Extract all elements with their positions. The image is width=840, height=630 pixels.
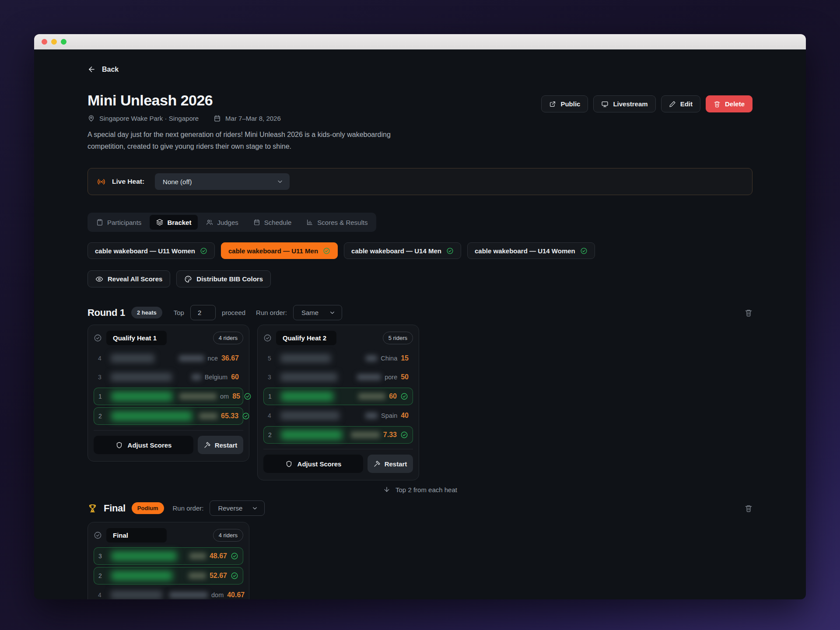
advancement-note: Top 2 from each heat bbox=[88, 486, 752, 494]
run-order-value: Reverse bbox=[218, 504, 242, 512]
rider-row-qualified[interactable]: 2 7.33 bbox=[263, 426, 413, 444]
check-circle-icon bbox=[94, 531, 102, 539]
rider-row[interactable]: 3 pore 50 bbox=[263, 369, 413, 385]
rider-rank: 3 bbox=[98, 374, 104, 381]
heat-name-input[interactable]: Qualify Heat 1 bbox=[106, 331, 167, 345]
heat-name-input[interactable]: Qualify Heat 2 bbox=[276, 331, 336, 345]
minimize-window-button[interactable] bbox=[51, 39, 57, 45]
rider-row-qualified[interactable]: 1 60 bbox=[263, 388, 413, 405]
rider-row-qualified[interactable]: 1 om 85 bbox=[94, 388, 243, 405]
back-button[interactable]: Back bbox=[88, 65, 119, 74]
users-icon bbox=[206, 219, 213, 226]
back-label: Back bbox=[102, 66, 119, 74]
heat-name-input[interactable]: Final bbox=[106, 528, 167, 542]
maximize-window-button[interactable] bbox=[61, 39, 66, 45]
round1-header: Round 1 2 heats Top proceed Run order: S… bbox=[88, 305, 752, 320]
rider-name-blurred bbox=[281, 430, 342, 440]
rider-country-blurred bbox=[179, 393, 217, 399]
rider-country-blurred bbox=[351, 432, 380, 438]
final-run-order-select[interactable]: Reverse bbox=[210, 500, 265, 516]
rider-country-blurred bbox=[189, 553, 206, 559]
rider-name-blurred bbox=[111, 373, 172, 382]
check-circle-icon bbox=[94, 334, 102, 342]
rider-score: 40 bbox=[401, 412, 409, 420]
restart-heat-button[interactable]: Restart bbox=[198, 436, 243, 454]
rider-rank: 2 bbox=[98, 572, 104, 579]
rider-row[interactable]: 4 dom 40.67 bbox=[94, 587, 243, 599]
rider-country-blurred bbox=[192, 374, 201, 380]
rider-score: 48.67 bbox=[210, 552, 227, 560]
rider-country: dom bbox=[211, 592, 224, 598]
adjust-scores-button[interactable]: Adjust Scores bbox=[94, 436, 193, 454]
podium-badge: Podium bbox=[132, 502, 164, 514]
palette-icon bbox=[184, 275, 192, 283]
livestream-button[interactable]: Livestream bbox=[593, 95, 655, 112]
rider-rank: 2 bbox=[98, 413, 104, 420]
public-button[interactable]: Public bbox=[541, 95, 588, 112]
rider-country: pore bbox=[385, 374, 397, 381]
category-chip-u14-men[interactable]: cable wakeboard — U14 Men bbox=[344, 242, 461, 259]
tab-label: Participants bbox=[107, 219, 141, 226]
run-order-value: Same bbox=[301, 309, 318, 316]
layers-icon bbox=[156, 219, 163, 226]
rider-country: Spain bbox=[381, 412, 397, 419]
category-chip-u11-women[interactable]: cable wakeboard — U11 Women bbox=[88, 242, 215, 259]
rider-row-qualified[interactable]: 3 48.67 bbox=[94, 547, 243, 565]
app-window: Back Mini Unleash 2026 Singapore Wake Pa… bbox=[34, 34, 806, 599]
live-heat-value: None (off) bbox=[163, 178, 192, 186]
tab-participants[interactable]: Participants bbox=[90, 215, 148, 230]
rider-row[interactable]: 4 Spain 40 bbox=[263, 407, 413, 424]
live-heat-select[interactable]: None (off) bbox=[155, 173, 290, 190]
rider-rank: 2 bbox=[268, 431, 274, 438]
event-actions: Public Livestream Edit Delete bbox=[541, 95, 752, 112]
rider-row-qualified[interactable]: 2 65.33 bbox=[94, 407, 243, 425]
rider-row[interactable]: 5 China 15 bbox=[263, 350, 413, 367]
page-content: Back Mini Unleash 2026 Singapore Wake Pa… bbox=[34, 49, 806, 599]
category-chip-u11-men[interactable]: cable wakeboard — U11 Men bbox=[221, 242, 338, 259]
rider-score: 60 bbox=[389, 392, 397, 400]
chip-label: cable wakeboard — U14 Men bbox=[351, 247, 441, 255]
rider-row-qualified[interactable]: 2 52.67 bbox=[94, 567, 243, 584]
live-heat-label: Live Heat: bbox=[112, 178, 144, 186]
riders-count-badge: 4 riders bbox=[213, 332, 243, 344]
bar-chart-icon bbox=[306, 219, 313, 226]
event-header: Mini Unleash 2026 Singapore Wake Park · … bbox=[88, 92, 398, 152]
category-chip-u14-women[interactable]: cable wakeboard — U14 Women bbox=[467, 242, 595, 259]
rider-name-blurred bbox=[111, 571, 172, 581]
distribute-bib-colors-button[interactable]: Distribute BIB Colors bbox=[176, 270, 271, 287]
edit-button[interactable]: Edit bbox=[661, 95, 700, 112]
rider-row[interactable]: 4 nce 36.67 bbox=[94, 350, 243, 367]
delete-round-icon[interactable] bbox=[745, 309, 752, 317]
round1-run-order-select[interactable]: Same bbox=[293, 305, 342, 320]
round1-heats: Qualify Heat 1 4 riders 4 nce 36.67 3 bbox=[88, 325, 752, 480]
rider-country: Belgium bbox=[205, 374, 228, 381]
top-proceed-input[interactable] bbox=[190, 305, 216, 320]
rider-row[interactable]: 3 Belgium 60 bbox=[94, 369, 243, 385]
tab-bracket[interactable]: Bracket bbox=[150, 215, 198, 230]
pencil-icon bbox=[669, 101, 676, 108]
rider-country-blurred bbox=[357, 374, 381, 380]
tab-scores-results[interactable]: Scores & Results bbox=[300, 215, 374, 230]
delete-final-icon[interactable] bbox=[745, 504, 752, 512]
restart-heat-button[interactable]: Restart bbox=[368, 455, 413, 473]
tab-judges[interactable]: Judges bbox=[200, 215, 245, 230]
rider-score: 15 bbox=[401, 354, 409, 362]
rider-name-blurred bbox=[280, 354, 331, 363]
delete-button[interactable]: Delete bbox=[706, 95, 752, 112]
tab-schedule[interactable]: Schedule bbox=[247, 215, 298, 230]
check-circle-icon bbox=[200, 247, 207, 255]
riders-count-badge: 4 riders bbox=[213, 529, 243, 542]
close-window-button[interactable] bbox=[42, 39, 47, 45]
rider-name-blurred bbox=[111, 392, 172, 401]
restart-label: Restart bbox=[385, 460, 407, 468]
rider-name-blurred bbox=[111, 591, 162, 599]
reveal-all-scores-button[interactable]: Reveal All Scores bbox=[88, 270, 170, 287]
livestream-label: Livestream bbox=[613, 100, 648, 108]
adjust-scores-button[interactable]: Adjust Scores bbox=[263, 455, 363, 473]
heat-card-1: Qualify Heat 1 4 riders 4 nce 36.67 3 bbox=[88, 325, 249, 462]
rider-country-blurred bbox=[358, 393, 385, 399]
run-order-label: Run order: bbox=[173, 504, 204, 512]
rider-rank: 3 bbox=[98, 553, 104, 560]
adjust-scores-label: Adjust Scores bbox=[298, 460, 342, 468]
chevron-down-icon bbox=[329, 309, 336, 316]
